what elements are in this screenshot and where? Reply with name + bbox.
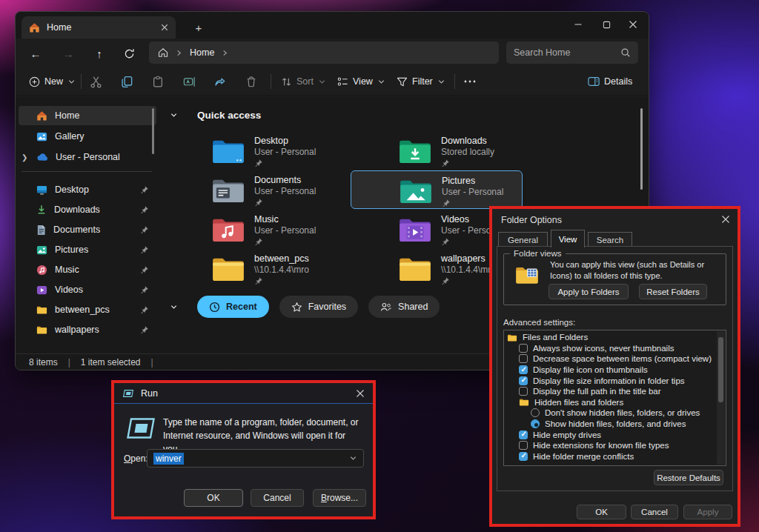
quick-access-heading[interactable]: Quick access [197, 110, 261, 121]
filter-button[interactable]: Filter [397, 73, 445, 90]
checkbox[interactable] [519, 376, 528, 385]
sidebar-item-pictures[interactable]: Pictures [19, 240, 156, 259]
collapse-chevron-icon[interactable] [170, 111, 178, 119]
close-icon[interactable] [356, 389, 365, 398]
chevron-down-icon [318, 78, 326, 86]
details-pane-button[interactable]: Details [588, 73, 632, 90]
checkbox[interactable] [519, 344, 528, 353]
new-button[interactable]: New [29, 73, 76, 90]
ok-button[interactable]: OK [577, 505, 626, 519]
copy-button[interactable] [121, 73, 133, 90]
browse-button[interactable]: Browse... [313, 489, 366, 507]
checkbox[interactable] [519, 452, 528, 461]
folder-subtitle: User - Personal [254, 225, 316, 236]
open-combobox[interactable]: winver [147, 449, 364, 468]
favorites-filter-button[interactable]: Favorites [279, 296, 358, 318]
advanced-settings-list[interactable]: Files and FoldersAlways show icons, neve… [503, 330, 726, 466]
advanced-setting-hide-folder-merge-conflicts[interactable]: Hide folder merge conflicts [507, 451, 726, 462]
shared-filter-button[interactable]: Shared [368, 296, 440, 318]
share-button[interactable] [214, 73, 227, 90]
recent-filter-button[interactable]: Recent [197, 296, 269, 318]
cut-button[interactable] [90, 73, 102, 90]
open-value[interactable]: winver [153, 453, 184, 465]
checkbox[interactable] [519, 365, 528, 374]
sidebar-item-downloads[interactable]: Downloads [19, 200, 156, 219]
advanced-setting-files-and-folders[interactable]: Files and Folders [507, 332, 726, 343]
search-input[interactable]: Search Home [506, 41, 638, 64]
advanced-setting-display-file-size-information-in-folder-tips[interactable]: Display file size information in folder … [507, 375, 726, 386]
sort-button[interactable]: Sort [281, 73, 326, 90]
chevron-right-icon[interactable] [222, 49, 228, 57]
radio-button[interactable] [531, 408, 540, 417]
cancel-button[interactable]: Cancel [251, 489, 304, 507]
advanced-setting-hidden-files-and-folders[interactable]: Hidden files and folders [507, 397, 726, 408]
sidebar-item-user-personal[interactable]: ❯ User - Personal [19, 147, 156, 167]
main-scrollbar[interactable] [640, 108, 643, 190]
folder-tile-pictures[interactable]: Pictures User - Personal [351, 170, 523, 209]
advanced-setting-show-hidden-files-folders-and-drives[interactable]: Show hidden files, folders, and drives [507, 419, 726, 430]
expand-chevron-icon[interactable]: ❯ [21, 153, 29, 162]
paste-button[interactable] [152, 73, 164, 90]
advanced-setting-display-file-icon-on-thumbnails[interactable]: Display file icon on thumbnails [507, 365, 726, 376]
music-folder-icon [211, 215, 245, 243]
search-icon[interactable] [620, 47, 631, 58]
apply-button[interactable]: Apply [683, 505, 732, 519]
sidebar-item-wallpapers[interactable]: wallpapers [19, 320, 156, 339]
forward-button[interactable]: → [59, 44, 78, 62]
sidebar-item-documents[interactable]: Documents [19, 220, 156, 239]
reset-folders-button[interactable]: Reset Folders [639, 284, 707, 299]
close-icon[interactable] [721, 215, 730, 224]
minimize-button[interactable] [567, 13, 589, 36]
folder-tile-music[interactable]: Music User - Personal [164, 210, 336, 248]
restore-defaults-button[interactable]: Restore Defaults [654, 470, 723, 485]
view-button[interactable]: View [337, 73, 385, 90]
checkbox[interactable] [519, 387, 528, 396]
breadcrumb[interactable]: Home [149, 41, 499, 64]
list-scrollbar-thumb[interactable] [718, 337, 723, 402]
breadcrumb-home[interactable]: Home [190, 47, 214, 58]
tab-close-icon[interactable] [161, 24, 168, 31]
up-button[interactable]: ↑ [90, 44, 109, 62]
advanced-setting-don-t-show-hidden-files-folders-or-drives[interactable]: Don't show hidden files, folders, or dri… [507, 408, 726, 419]
sidebar-item-music[interactable]: Music [19, 260, 156, 279]
radio-button[interactable] [531, 419, 540, 428]
more-options-button[interactable] [463, 73, 477, 90]
tab-general[interactable]: General [498, 232, 548, 247]
folder-tile-desktop[interactable]: Desktop User - Personal [164, 131, 336, 170]
advanced-setting-always-show-icons-never-thumbnails[interactable]: Always show icons, never thumbnails [507, 343, 726, 354]
close-button[interactable] [622, 13, 644, 36]
maximize-button[interactable] [595, 13, 617, 36]
collapse-chevron-icon[interactable] [170, 303, 178, 311]
tab-search[interactable]: Search [588, 232, 632, 247]
apply-to-folders-button[interactable]: Apply to Folders [548, 284, 629, 299]
advanced-setting-hide-extensions-for-known-file-types[interactable]: Hide extensions for known file types [507, 440, 726, 451]
run-icon [122, 389, 134, 398]
delete-button[interactable] [245, 73, 257, 90]
refresh-button[interactable] [119, 44, 139, 62]
sidebar-item-gallery[interactable]: Gallery [19, 127, 156, 146]
folder-tile-documents[interactable]: Documents User - Personal [164, 170, 336, 209]
sidebar-item-desktop[interactable]: Desktop [19, 180, 156, 199]
back-button[interactable]: ← [26, 44, 45, 62]
folder-tile-between-pcs[interactable]: between_pcs \\10.1.4.4\mro [164, 249, 336, 287]
cancel-button[interactable]: Cancel [631, 505, 678, 519]
sidebar-item-home[interactable]: Home [19, 106, 156, 125]
rename-button[interactable] [183, 73, 196, 90]
ok-button[interactable]: OK [184, 489, 243, 507]
checkbox[interactable] [519, 430, 528, 439]
sidebar-item-between-pcs[interactable]: between_pcs [19, 300, 156, 319]
tab-home[interactable]: Home [21, 16, 176, 39]
advanced-setting-hide-empty-drives[interactable]: Hide empty drives [507, 429, 726, 440]
new-tab-button[interactable]: + [190, 19, 207, 36]
checkbox[interactable] [519, 354, 528, 363]
list-scrollbar[interactable] [717, 331, 725, 465]
advanced-setting-display-the-full-path-in-the-title-bar[interactable]: Display the full path in the title bar [507, 386, 726, 397]
sidebar-item-videos[interactable]: Videos [19, 280, 156, 299]
setting-label: Display the full path in the title bar [533, 387, 661, 396]
advanced-setting-decrease-space-between-items-compact-view[interactable]: Decrease space between items (compact vi… [507, 353, 726, 365]
sidebar-scrollbar[interactable] [152, 108, 154, 154]
tab-view[interactable]: View [551, 230, 585, 247]
chevron-down-icon[interactable] [349, 454, 357, 462]
checkbox[interactable] [519, 441, 528, 450]
folder-tile-downloads[interactable]: Downloads Stored locally [351, 131, 523, 170]
